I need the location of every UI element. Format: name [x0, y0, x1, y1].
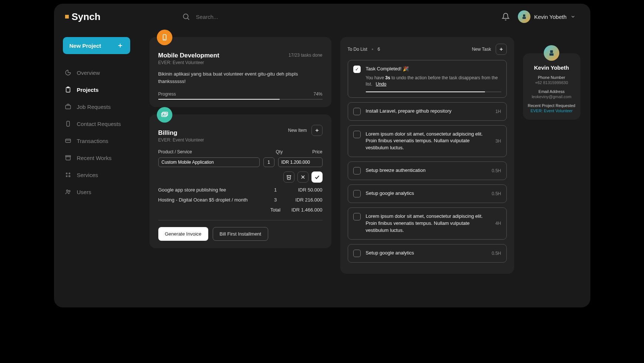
task-item[interactable]: Lorem ipsum dolor sit amet, consectetur … [348, 207, 507, 240]
todo-count: 6 [378, 47, 380, 52]
project-description: Bikinin aplikasi yang bisa buat voluntee… [158, 70, 323, 85]
logo-square-icon [65, 15, 69, 19]
svg-rect-3 [522, 17, 526, 19]
generate-invoice-button[interactable]: Generate Invoice [158, 227, 208, 241]
task-checkbox[interactable] [353, 213, 361, 220]
new-task-button[interactable] [496, 44, 507, 55]
svg-point-19 [68, 190, 70, 192]
task-text: Setup google analytics [366, 190, 487, 197]
cancel-item-button[interactable] [297, 171, 308, 183]
row-price: IDR 216.000 [282, 197, 323, 203]
notifications-button[interactable] [502, 13, 510, 21]
search-icon [182, 13, 190, 21]
task-duration: 3H [495, 139, 501, 144]
svg-line-1 [188, 18, 189, 20]
sidebar-item-label: Users [77, 189, 91, 195]
profile-name: Kevin Yobeth [527, 64, 576, 71]
col-product: Product / Service [158, 149, 192, 154]
task-checkbox[interactable]: ✓ [353, 66, 361, 73]
task-item[interactable]: Setup google analytics0.5H [348, 244, 507, 263]
qty-input[interactable] [263, 157, 274, 167]
task-checkbox[interactable] [353, 190, 361, 197]
new-task-label: New Task [472, 47, 491, 52]
task-checkbox[interactable] [353, 167, 361, 174]
svg-rect-31 [550, 50, 553, 53]
svg-point-0 [183, 14, 188, 19]
grid-icon [65, 171, 71, 178]
svg-rect-10 [65, 139, 71, 143]
sidebar-item-label: Job Requests [77, 104, 111, 110]
new-item-button[interactable] [311, 125, 323, 136]
task-checkbox[interactable] [353, 131, 361, 138]
brand-logo: Synch [65, 11, 101, 23]
task-checkbox[interactable] [353, 250, 361, 257]
new-project-label: New Project [70, 43, 101, 49]
tasks-done-count: 17/23 tasks done [289, 53, 322, 58]
search-field[interactable] [182, 13, 420, 21]
piechart-icon [65, 69, 71, 76]
sidebar-item-label: Recent Works [77, 155, 112, 161]
email-label: Email Address [527, 89, 576, 94]
sidebar-item-recent-works[interactable]: Recent Works [63, 150, 130, 165]
task-duration: 0.5H [492, 168, 501, 173]
sidebar-item-projects[interactable]: Projects [63, 82, 130, 97]
svg-rect-9 [67, 121, 70, 126]
billing-row: Hosting - Digital Ocean $5 droplet / mon… [158, 197, 323, 203]
undo-time: 3s [385, 75, 390, 80]
sidebar-item-job-requests[interactable]: Job Requests [63, 99, 130, 114]
billing-subtitle: EVER: Event Volunteer [158, 137, 204, 143]
project-title: Mobile Development [158, 52, 219, 59]
task-item[interactable]: Setup breeze authentication0.5H [348, 161, 507, 180]
task-item[interactable]: Setup google analytics0.5H [348, 184, 507, 203]
svg-point-24 [164, 113, 166, 114]
row-price: IDR 50.000 [282, 187, 323, 193]
progress-percent: 74% [313, 91, 322, 97]
sidebar-item-overview[interactable]: Overview [63, 65, 130, 80]
bill-first-installment-button[interactable]: Bill First Installment [213, 227, 269, 241]
sidebar-item-services[interactable]: Services [63, 167, 130, 182]
task-duration: 0.5H [492, 191, 501, 196]
task-checkbox[interactable] [353, 108, 361, 115]
col-price: Price [312, 149, 322, 154]
search-input[interactable] [196, 14, 420, 20]
chevron-down-icon [570, 14, 576, 19]
task-item[interactable]: Install Laravel, prepare github reposito… [348, 102, 507, 121]
svg-rect-13 [65, 156, 71, 157]
undo-button[interactable]: Undo [376, 81, 387, 87]
task-text: Lorem ipsum dolor sit amet, consectetur … [366, 213, 490, 234]
sidebar-item-label: Projects [77, 87, 99, 93]
sidebar-item-contact-requests[interactable]: Contact Requests [63, 116, 130, 131]
col-qty: Qty [276, 149, 283, 154]
product-input[interactable] [158, 157, 260, 167]
total-label: Total [269, 207, 282, 213]
task-item[interactable]: Lorem ipsum dolor sit amet, consectetur … [348, 125, 507, 157]
task-text: Setup breeze authentication [366, 167, 487, 174]
sidebar-item-label: Services [77, 172, 98, 178]
svg-point-15 [69, 173, 70, 174]
user-menu[interactable]: Kevin Yobeth [518, 10, 576, 23]
profile-card: Kevin Yobeth Phone Number +62 8131599983… [523, 53, 580, 120]
smartphone-icon [161, 34, 168, 41]
delete-item-button[interactable] [283, 171, 294, 183]
undo-prefix: You have [366, 75, 385, 80]
plus-icon [499, 47, 504, 52]
task-text: Setup google analytics [366, 250, 487, 257]
check-icon [314, 174, 320, 180]
price-input[interactable] [278, 157, 323, 167]
recent-project-link[interactable]: EVER: Event Volunteer [527, 109, 576, 113]
svg-point-18 [66, 190, 68, 192]
sidebar-item-users[interactable]: Users [63, 184, 130, 199]
svg-rect-2 [523, 14, 525, 17]
row-qty: 1 [269, 187, 282, 193]
billing-icon-badge [157, 107, 172, 123]
dot-icon [372, 49, 373, 50]
task-duration: 0.5H [492, 251, 501, 256]
confirm-item-button[interactable] [311, 171, 323, 183]
clipboard-icon [65, 86, 71, 93]
project-icon-badge [157, 30, 172, 45]
new-project-button[interactable]: New Project [63, 37, 130, 54]
sidebar-item-transactions[interactable]: Transactions [63, 133, 130, 148]
project-subtitle: EVER: Event Volunteer [158, 60, 219, 65]
task-completed-title: Task Completed! 🎉 [366, 66, 501, 73]
avatar-icon [544, 45, 559, 61]
